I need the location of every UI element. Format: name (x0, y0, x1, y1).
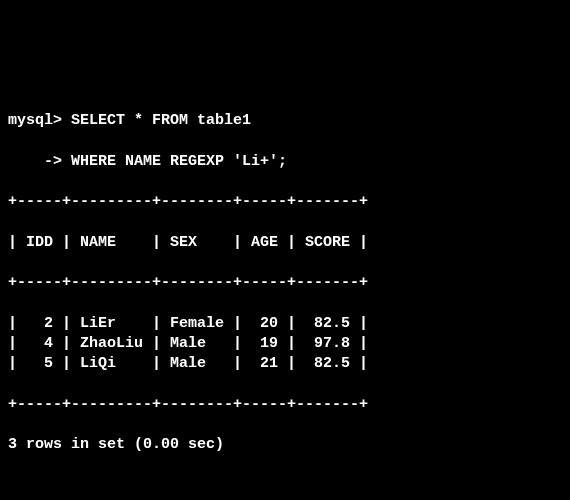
table-row: | 4 | ZhaoLiu | Male | 19 | 97.8 | (8, 334, 562, 354)
query1-line1: mysql> SELECT * FROM table1 (8, 111, 562, 131)
table-row: | 2 | LiEr | Female | 20 | 82.5 | (8, 314, 562, 334)
blank-line (8, 476, 562, 496)
terminal-output: mysql> SELECT * FROM table1 -> WHERE NAM… (8, 91, 562, 500)
table1-border-top: +-----+---------+--------+-----+-------+ (8, 192, 562, 212)
sql-text: WHERE NAME REGEXP 'Li+'; (71, 153, 287, 170)
continuation-prompt: -> (8, 153, 71, 170)
table1-border-mid: +-----+---------+--------+-----+-------+ (8, 273, 562, 293)
query1-line2: -> WHERE NAME REGEXP 'Li+'; (8, 152, 562, 172)
sql-text: SELECT * FROM table1 (71, 112, 251, 129)
mysql-prompt: mysql> (8, 112, 71, 129)
table1-border-bot: +-----+---------+--------+-----+-------+ (8, 395, 562, 415)
table1-header: | IDD | NAME | SEX | AGE | SCORE | (8, 233, 562, 253)
table-row: | 5 | LiQi | Male | 21 | 82.5 | (8, 354, 562, 374)
query1-summary: 3 rows in set (0.00 sec) (8, 435, 562, 455)
